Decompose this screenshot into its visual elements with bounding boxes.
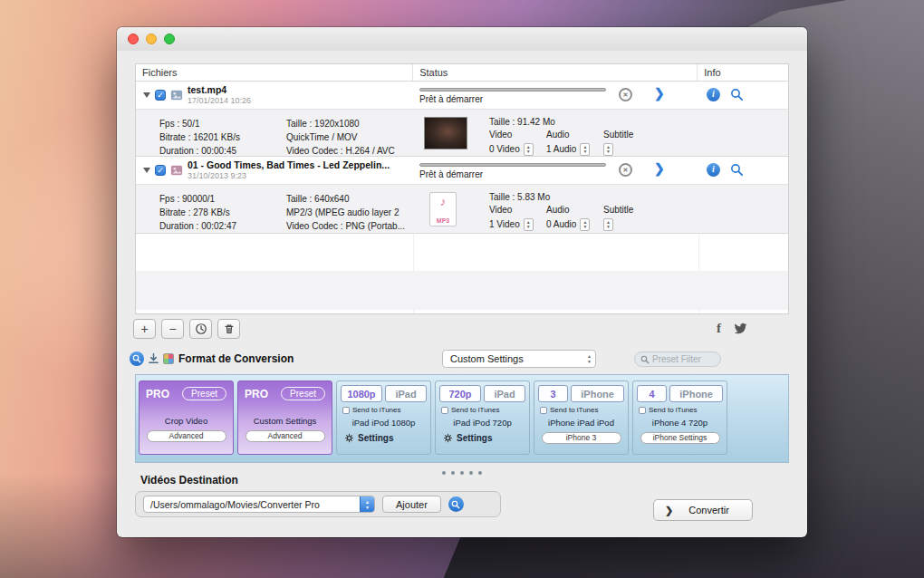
column-header-files[interactable]: Fichiers bbox=[136, 64, 412, 81]
file-details-panel: Fps : 90000/1 Bitrate : 278 KB/s Duratio… bbox=[136, 184, 789, 234]
file-checkbox[interactable]: ✓ bbox=[155, 165, 166, 176]
audio-stream-cell: Audio 0 Audio ▲▼ bbox=[546, 205, 603, 231]
video-stepper[interactable]: ▲▼ bbox=[524, 143, 534, 156]
converter-window: Fichiers Status Info ✓ test.mp4 17/01/20… bbox=[117, 27, 807, 537]
card-header: 4 iPhone bbox=[637, 385, 723, 402]
video-stream-cell: Video 0 Video ▲▼ bbox=[489, 130, 546, 156]
itunes-checkbox[interactable] bbox=[342, 407, 350, 414]
disclosure-triangle-icon[interactable] bbox=[143, 92, 150, 98]
preset-card-iphone-3[interactable]: 3 iPhone Send to iTunes iPhone iPad iPod… bbox=[534, 381, 629, 455]
audio-stepper[interactable]: ▲▼ bbox=[580, 143, 590, 156]
dropdown-arrows-icon: ▲▼ bbox=[587, 353, 592, 364]
itunes-checkbox[interactable] bbox=[639, 407, 646, 414]
itunes-checkbox[interactable] bbox=[441, 407, 448, 414]
card-header: PRO Preset bbox=[238, 381, 332, 400]
color-palette-icon[interactable] bbox=[163, 353, 174, 364]
preset-card-ipad-720p[interactable]: 720p iPad Send to iTunes iPad iPod 720p … bbox=[435, 381, 530, 455]
preset-filter-field[interactable] bbox=[634, 352, 721, 367]
cancel-icon[interactable]: ✕ bbox=[619, 88, 632, 101]
add-file-button[interactable]: + bbox=[133, 319, 156, 339]
preset-name: iPhone iPad iPod bbox=[534, 418, 628, 428]
info-icon[interactable]: i bbox=[707, 88, 720, 101]
file-cell: ✓ test.mp4 17/01/2014 10:26 bbox=[136, 82, 413, 109]
preview-search-icon[interactable] bbox=[730, 88, 744, 101]
info-cell: i bbox=[698, 157, 789, 184]
add-destination-button[interactable]: Ajouter bbox=[382, 496, 441, 513]
video-stream-label: Video bbox=[489, 130, 546, 140]
file-checkbox[interactable]: ✓ bbox=[155, 90, 166, 101]
convert-label: Convertir bbox=[673, 505, 745, 515]
settings-action[interactable]: Settings bbox=[443, 433, 529, 443]
preset-filter-input[interactable] bbox=[652, 354, 716, 364]
video-stepper[interactable]: ▲▼ bbox=[524, 218, 534, 231]
advanced-button[interactable]: Advanced bbox=[147, 430, 226, 442]
zoom-window-button[interactable] bbox=[164, 34, 175, 44]
iphone-settings-button[interactable]: iPhone Settings bbox=[640, 432, 720, 444]
table-row[interactable]: ✓ 01 - Good Times, Bad Times - Led Zeppe… bbox=[136, 157, 788, 184]
preset-search-icon[interactable] bbox=[130, 352, 144, 366]
advanced-button[interactable]: Advanced bbox=[245, 430, 325, 442]
device-badge: iPhone bbox=[669, 385, 723, 402]
settings-action[interactable]: Settings bbox=[344, 433, 430, 443]
titlebar[interactable] bbox=[117, 27, 807, 51]
start-conversion-chevron-icon[interactable]: ❯ bbox=[654, 161, 665, 176]
history-button[interactable] bbox=[189, 319, 212, 339]
facebook-icon[interactable]: f bbox=[717, 321, 721, 336]
info-icon[interactable]: i bbox=[707, 163, 720, 177]
preset-card-custom-settings[interactable]: PRO Preset Custom Settings Advanced bbox=[237, 381, 332, 455]
download-preset-icon[interactable] bbox=[148, 352, 159, 365]
convert-button[interactable]: ❯ Convertir bbox=[653, 499, 753, 521]
minimize-window-button[interactable] bbox=[146, 34, 157, 44]
subtitle-stepper[interactable]: ▲▼ bbox=[603, 143, 613, 156]
details-media bbox=[424, 117, 489, 156]
progress-bar bbox=[419, 163, 606, 167]
twitter-icon[interactable] bbox=[734, 322, 747, 335]
send-to-itunes-option[interactable]: Send to iTunes bbox=[639, 406, 727, 414]
destination-dropdown[interactable]: /Users/ommalago/Movies/Converter Pro ▲▼ bbox=[143, 496, 375, 513]
audio-stepper[interactable]: ▲▼ bbox=[580, 218, 590, 231]
start-conversion-chevron-icon[interactable]: ❯ bbox=[654, 86, 665, 101]
file-name: test.mp4 bbox=[188, 85, 251, 95]
clock-icon bbox=[195, 323, 207, 335]
iphone-3-button[interactable]: iPhone 3 bbox=[542, 432, 621, 444]
mp3-file-icon: ♪ MP3 bbox=[429, 192, 457, 226]
subtitle-stepper[interactable]: ▲▼ bbox=[603, 218, 613, 231]
column-header-status[interactable]: Status bbox=[412, 64, 697, 81]
info-cell: i bbox=[698, 82, 789, 109]
table-row[interactable]: ✓ test.mp4 17/01/2014 10:26 Prêt à démar… bbox=[136, 82, 788, 109]
preset-card-iphone-4[interactable]: 4 iPhone Send to iTunes iPhone 4 720p iP… bbox=[632, 381, 727, 455]
trash-button[interactable] bbox=[217, 319, 240, 339]
disclosure-triangle-icon[interactable] bbox=[143, 168, 150, 173]
send-to-itunes-option[interactable]: Send to iTunes bbox=[342, 406, 430, 414]
detail-dimensions: Taille : 640x640 bbox=[286, 192, 424, 206]
details-column-3: Taille : 91.42 Mo Video 0 Video ▲▼ Audio bbox=[489, 117, 674, 156]
audio-stream-count: 0 Audio bbox=[546, 219, 576, 229]
column-header-info[interactable]: Info bbox=[697, 64, 788, 81]
progress-bar bbox=[419, 88, 606, 92]
video-thumbnail bbox=[424, 117, 467, 149]
preset-card-ipad-1080p[interactable]: 1080p iPad Send to iTunes iPad iPod 1080… bbox=[336, 381, 431, 455]
detail-duration: Duration : 00:02:47 bbox=[159, 219, 286, 233]
close-window-button[interactable] bbox=[128, 34, 139, 44]
detail-fps: Fps : 50/1 bbox=[159, 117, 286, 130]
preset-card-crop-video[interactable]: PRO Preset Crop Video Advanced bbox=[139, 381, 234, 455]
remove-file-button[interactable]: − bbox=[161, 319, 184, 339]
status-cell: Prêt à démarrer ✕ ❯ bbox=[413, 82, 698, 109]
preset-category-dropdown[interactable]: Custom Settings ▲▼ bbox=[442, 350, 596, 368]
itunes-checkbox[interactable] bbox=[540, 407, 547, 414]
cancel-icon[interactable]: ✕ bbox=[619, 163, 632, 177]
resolution-badge: 3 bbox=[538, 385, 568, 402]
send-to-itunes-option[interactable]: Send to iTunes bbox=[540, 406, 628, 414]
itunes-label: Send to iTunes bbox=[550, 406, 599, 414]
destination-bar: /Users/ommalago/Movies/Converter Pro ▲▼ … bbox=[135, 491, 501, 517]
send-to-itunes-option[interactable]: Send to iTunes bbox=[441, 406, 529, 414]
destination-path: /Users/ommalago/Movies/Converter Pro bbox=[150, 499, 320, 510]
detail-bitrate: Bitrate : 278 KB/s bbox=[159, 206, 286, 219]
preview-search-icon[interactable] bbox=[730, 163, 744, 177]
gear-icon bbox=[443, 433, 453, 443]
audio-stream-label: Audio bbox=[546, 205, 603, 215]
detail-dimensions: Taille : 1920x1080 bbox=[286, 117, 424, 130]
destination-search-icon[interactable] bbox=[448, 496, 464, 512]
pro-badge: PRO bbox=[146, 388, 169, 400]
detail-container: MP2/3 (MPEG audio layer 2 bbox=[286, 206, 424, 219]
